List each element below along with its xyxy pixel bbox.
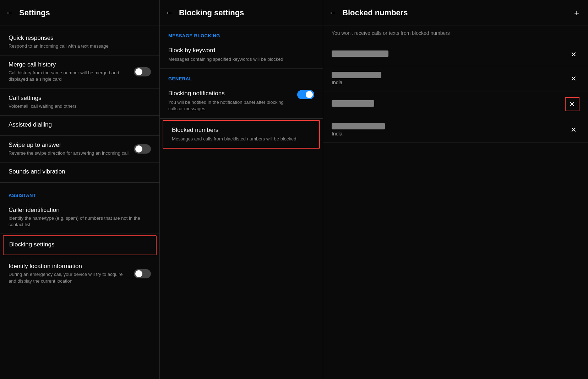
- merge-call-history-subtitle: Call history from the same number will b…: [9, 70, 130, 82]
- blocking-settings-title: Blocking settings: [9, 241, 150, 248]
- settings-panel: ← Settings Quick responses Respond to an…: [0, 0, 160, 379]
- block-by-keyword-subtitle: Messages containing specified keywords w…: [168, 56, 314, 63]
- merge-call-history-item[interactable]: Merge call history Call history from the…: [0, 55, 159, 88]
- sounds-vibration-title: Sounds and vibration: [9, 168, 151, 175]
- blocking-notifications-title: Blocking notifications: [168, 90, 293, 97]
- blocked-number-4: [332, 123, 385, 129]
- swipe-up-subtitle: Reverse the swipe direction for answerin…: [9, 150, 130, 156]
- divider-7: [0, 234, 159, 234]
- assistant-section-label: ASSISTANT: [0, 186, 159, 201]
- blocked-entry-4: India ✕: [323, 117, 588, 143]
- message-blocking-label: MESSAGE BLOCKING: [160, 26, 323, 41]
- blocked-numbers-back-button[interactable]: ←: [329, 9, 337, 17]
- blocking-settings-title: Blocking settings: [179, 8, 314, 17]
- swipe-up-title: Swipe up to answer: [9, 142, 130, 149]
- blocked-numbers-subtitle: Messages and calls from blacklisted numb…: [172, 136, 311, 142]
- remove-blocked-1-button[interactable]: ✕: [568, 49, 579, 60]
- merge-call-history-title: Merge call history: [9, 61, 130, 68]
- settings-back-button[interactable]: ←: [6, 9, 13, 17]
- blocked-number-3: [332, 100, 374, 107]
- settings-list: Quick responses Respond to an incoming c…: [0, 26, 159, 186]
- blocked-number-2: [332, 72, 381, 78]
- blocking-settings-panel: ← Blocking settings MESSAGE BLOCKING Blo…: [160, 0, 323, 379]
- blocked-numbers-item[interactable]: Blocked numbers Messages and calls from …: [163, 120, 320, 149]
- blocked-numbers-header: ← Blocked numbers +: [323, 0, 588, 26]
- identify-location-subtitle: During an emergency call, your device wi…: [9, 271, 130, 284]
- call-settings-subtitle: Voicemail, call waiting and others: [9, 103, 151, 110]
- blocked-country-4: India: [332, 131, 568, 137]
- caller-identification-title: Caller identification: [9, 207, 151, 214]
- blocking-notifications-subtitle: You will be notified in the notification…: [168, 99, 293, 112]
- blocking-settings-item[interactable]: Blocking settings: [3, 235, 157, 255]
- blocked-numbers-title: Blocked numbers: [172, 127, 311, 134]
- block-by-keyword-title: Block by keyword: [168, 47, 314, 54]
- blocked-numbers-subtitle: You won't receive calls or texts from bl…: [323, 26, 588, 43]
- blocking-notifications-toggle[interactable]: [297, 90, 314, 99]
- identify-location-toggle[interactable]: [134, 269, 151, 278]
- divider-6: [0, 182, 159, 183]
- caller-identification-item[interactable]: Caller identification Identify the name/…: [0, 201, 159, 234]
- settings-header: ← Settings: [0, 0, 159, 26]
- block-by-keyword-item[interactable]: Block by keyword Messages containing spe…: [160, 41, 323, 69]
- blocked-number-1: [332, 50, 388, 57]
- blocked-entry-3: ✕: [323, 91, 588, 117]
- assisted-dialling-title: Assisted dialling: [9, 121, 151, 128]
- swipe-up-toggle[interactable]: [134, 144, 151, 154]
- blocked-entry-2: India ✕: [323, 66, 588, 91]
- middle-divider-2: [160, 118, 323, 119]
- blocking-settings-back-button[interactable]: ←: [165, 9, 173, 17]
- quick-responses-title: Quick responses: [9, 34, 151, 42]
- quick-responses-item[interactable]: Quick responses Respond to an incoming c…: [0, 29, 159, 55]
- call-settings-title: Call settings: [9, 95, 151, 102]
- add-blocked-number-button[interactable]: +: [574, 8, 579, 17]
- blocked-numbers-panel: ← Blocked numbers + You won't receive ca…: [323, 0, 588, 379]
- remove-blocked-4-button[interactable]: ✕: [568, 124, 579, 135]
- blocked-entry-1: ✕: [323, 43, 588, 66]
- blocking-notifications-item[interactable]: Blocking notifications You will be notif…: [160, 84, 323, 118]
- identify-location-title: Identify location information: [9, 263, 130, 270]
- general-label: GENERAL: [160, 69, 323, 84]
- identify-location-item[interactable]: Identify location information During an …: [0, 257, 159, 290]
- assisted-dialling-item[interactable]: Assisted dialling: [0, 116, 159, 135]
- sounds-vibration-item[interactable]: Sounds and vibration: [0, 162, 159, 182]
- remove-blocked-3-button[interactable]: ✕: [565, 97, 579, 111]
- call-settings-item[interactable]: Call settings Voicemail, call waiting an…: [0, 89, 159, 115]
- blocked-country-2: India: [332, 80, 568, 85]
- swipe-up-item[interactable]: Swipe up to answer Reverse the swipe dir…: [0, 136, 159, 162]
- quick-responses-subtitle: Respond to an incoming call with a text …: [9, 43, 151, 49]
- blocking-settings-header: ← Blocking settings: [160, 0, 323, 26]
- caller-identification-subtitle: Identify the name/type (e.g. spam) of nu…: [9, 215, 151, 228]
- settings-title: Settings: [19, 8, 151, 17]
- merge-call-history-toggle[interactable]: [134, 67, 151, 76]
- blocked-numbers-title: Blocked numbers: [342, 8, 568, 17]
- remove-blocked-2-button[interactable]: ✕: [568, 73, 579, 84]
